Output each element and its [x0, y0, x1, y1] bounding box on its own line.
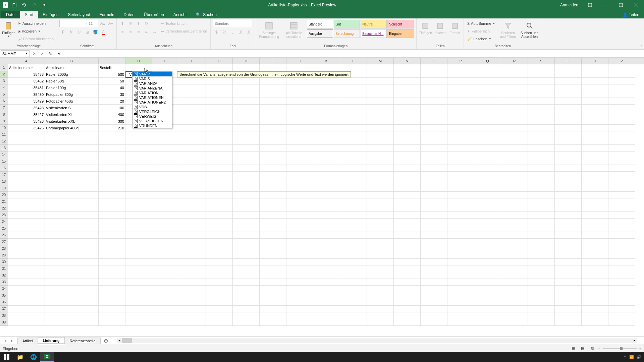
cell-O35[interactable]: [421, 292, 447, 299]
cell-F31[interactable]: [179, 265, 206, 272]
col-header-D[interactable]: D: [125, 58, 152, 64]
cell-C29[interactable]: [99, 252, 125, 259]
cell-D28[interactable]: [125, 245, 152, 252]
cell-B12[interactable]: [45, 138, 99, 145]
cell-T7[interactable]: [555, 105, 582, 111]
cell-P11[interactable]: [447, 131, 474, 138]
cell-C2[interactable]: 500: [99, 71, 125, 78]
cell-P22[interactable]: [447, 205, 474, 212]
excel-taskbar-button[interactable]: X: [40, 352, 54, 362]
func-item-var-p[interactable]: fxVAR.P: [132, 72, 172, 76]
cell-J27[interactable]: [286, 239, 313, 245]
cell-S9[interactable]: [528, 118, 555, 125]
row-header-2[interactable]: 2: [0, 71, 8, 78]
cell-R13[interactable]: [501, 145, 528, 152]
cell-U26[interactable]: [582, 232, 608, 239]
style-standard[interactable]: Standard: [307, 20, 333, 28]
cell-L20[interactable]: [340, 192, 367, 198]
font-family-select[interactable]: [59, 20, 86, 27]
cell-F4[interactable]: [179, 84, 206, 91]
cell-A3[interactable]: 35432: [8, 78, 45, 84]
cell-U17[interactable]: [582, 172, 608, 178]
cell-U5[interactable]: [582, 91, 608, 98]
cell-K25[interactable]: [313, 225, 340, 232]
cell-O25[interactable]: [421, 225, 447, 232]
cell-V4[interactable]: [608, 84, 635, 91]
cell-P13[interactable]: [447, 145, 474, 152]
cell-R39[interactable]: [501, 319, 528, 326]
cell-G4[interactable]: [206, 84, 233, 91]
cell-K39[interactable]: [313, 319, 340, 326]
row-header-17[interactable]: 17: [0, 172, 8, 178]
cell-D35[interactable]: [125, 292, 152, 299]
cell-N21[interactable]: [394, 198, 421, 205]
cell-Q18[interactable]: [474, 178, 501, 185]
cell-C4[interactable]: 40: [99, 84, 125, 91]
cell-A29[interactable]: [8, 252, 45, 259]
row-header-22[interactable]: 22: [0, 205, 8, 212]
cell-E27[interactable]: [152, 239, 179, 245]
cell-T18[interactable]: [555, 178, 582, 185]
cell-Q17[interactable]: [474, 172, 501, 178]
sort-filter-button[interactable]: Sortieren und Filtern: [498, 20, 518, 39]
cell-V2[interactable]: [608, 71, 635, 78]
cell-B39[interactable]: [45, 319, 99, 326]
cell-R1[interactable]: [501, 64, 528, 71]
cell-M13[interactable]: [367, 145, 394, 152]
cell-F7[interactable]: [179, 105, 206, 111]
cell-R8[interactable]: [501, 111, 528, 118]
format-as-table-button[interactable]: Als Tabelle formatieren: [282, 20, 306, 39]
cell-B33[interactable]: [45, 279, 99, 286]
cell-Q22[interactable]: [474, 205, 501, 212]
cell-L28[interactable]: [340, 245, 367, 252]
cell-C18[interactable]: [99, 178, 125, 185]
row-header-8[interactable]: 8: [0, 111, 8, 118]
cell-K12[interactable]: [313, 138, 340, 145]
cell-N30[interactable]: [394, 259, 421, 265]
row-header-16[interactable]: 16: [0, 165, 8, 172]
row-header-11[interactable]: 11: [0, 131, 8, 138]
cell-I35[interactable]: [260, 292, 286, 299]
cell-I6[interactable]: [260, 98, 286, 105]
func-item-var-s[interactable]: fxVAR.S: [132, 76, 172, 81]
cell-R24[interactable]: [501, 219, 528, 225]
cell-R16[interactable]: [501, 165, 528, 172]
cell-O17[interactable]: [421, 172, 447, 178]
cell-L23[interactable]: [340, 212, 367, 219]
cell-T36[interactable]: [555, 299, 582, 306]
cell-I3[interactable]: [260, 78, 286, 84]
cell-L21[interactable]: [340, 198, 367, 205]
cell-D38[interactable]: [125, 312, 152, 319]
cell-V6[interactable]: [608, 98, 635, 105]
col-header-K[interactable]: K: [313, 58, 340, 64]
cell-U28[interactable]: [582, 245, 608, 252]
cell-N16[interactable]: [394, 165, 421, 172]
cell-O3[interactable]: [421, 78, 447, 84]
cell-L26[interactable]: [340, 232, 367, 239]
cell-V19[interactable]: [608, 185, 635, 192]
row-header-26[interactable]: 26: [0, 232, 8, 239]
cell-I19[interactable]: [260, 185, 286, 192]
cell-B38[interactable]: [45, 312, 99, 319]
cell-O10[interactable]: [421, 125, 447, 131]
cell-G5[interactable]: [206, 91, 233, 98]
cell-C31[interactable]: [99, 265, 125, 272]
cell-E36[interactable]: [152, 299, 179, 306]
cell-B29[interactable]: [45, 252, 99, 259]
cell-H20[interactable]: [233, 192, 260, 198]
cell-S34[interactable]: [528, 286, 555, 292]
row-header-20[interactable]: 20: [0, 192, 8, 198]
cell-H10[interactable]: [233, 125, 260, 131]
cell-M11[interactable]: [367, 131, 394, 138]
cell-J17[interactable]: [286, 172, 313, 178]
cell-A28[interactable]: [8, 245, 45, 252]
cell-L1[interactable]: [340, 64, 367, 71]
cell-B1[interactable]: Artikelname: [45, 64, 99, 71]
cell-T3[interactable]: [555, 78, 582, 84]
cell-P26[interactable]: [447, 232, 474, 239]
cell-A27[interactable]: [8, 239, 45, 245]
cell-S4[interactable]: [528, 84, 555, 91]
cell-A36[interactable]: [8, 299, 45, 306]
cell-I16[interactable]: [260, 165, 286, 172]
cell-L31[interactable]: [340, 265, 367, 272]
